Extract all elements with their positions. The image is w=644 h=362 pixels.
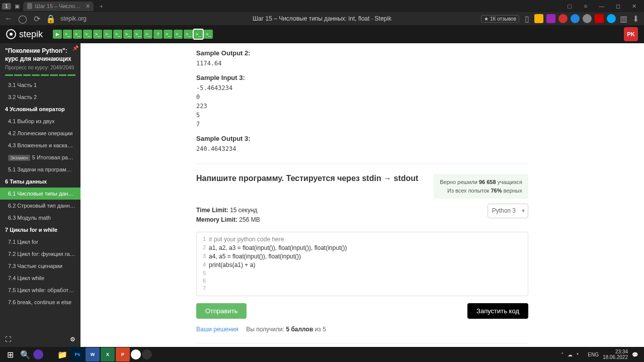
submit-button[interactable]: Отправить: [196, 303, 247, 319]
powerpoint-icon[interactable]: P: [116, 347, 130, 361]
lesson-item[interactable]: 7.3 Частые сценарии: [0, 260, 80, 272]
sample-output-3-label: Sample Output 3:: [196, 135, 528, 142]
word-icon[interactable]: W: [86, 347, 100, 361]
shield-icon[interactable]: ◯: [18, 14, 27, 23]
lesson-item[interactable]: 5.1 Задачи на программир...: [0, 163, 80, 175]
photoshop-icon[interactable]: Ps: [70, 347, 85, 361]
sample-input-3-label: Sample Input 3:: [196, 74, 528, 81]
notifications-icon[interactable]: 💬: [632, 352, 638, 357]
lesson-item[interactable]: 4.2 Логические операции: [0, 127, 80, 139]
tab-favicon-icon: [27, 3, 32, 9]
step-box[interactable]: >_: [174, 30, 183, 39]
step-box[interactable]: >_: [184, 30, 193, 39]
reload-button[interactable]: ⟳: [32, 14, 41, 23]
lesson-item[interactable]: 4.3 Вложенные и каскадн...: [0, 139, 80, 151]
extension-icon[interactable]: [607, 14, 616, 23]
obs-icon[interactable]: [142, 349, 152, 359]
start-button[interactable]: ⊞: [3, 347, 17, 361]
progress-bars: [0, 74, 80, 79]
lesson-item[interactable]: 3.2 Часть 2: [0, 91, 80, 103]
step-box[interactable]: >_: [194, 30, 203, 39]
step-box[interactable]: >_: [123, 30, 132, 39]
section-header[interactable]: 6 Типы данных: [0, 175, 80, 188]
settings-icon[interactable]: ⚙: [70, 336, 75, 343]
tray-chevron-icon[interactable]: ˄: [561, 352, 564, 357]
lesson-item[interactable]: 3.1 Часть 1: [0, 79, 80, 91]
extension-icon[interactable]: [583, 14, 592, 23]
tray-icon[interactable]: ▪: [577, 351, 584, 358]
step-box[interactable]: >_: [83, 30, 92, 39]
step-box[interactable]: >_: [164, 30, 173, 39]
step-box[interactable]: >_: [73, 30, 82, 39]
lesson-item[interactable]: 6.3 Модуль math: [0, 212, 80, 224]
lesson-item[interactable]: 7.4 Цикл while: [0, 272, 80, 284]
explorer-icon[interactable]: 📁: [55, 347, 69, 361]
browser-tab[interactable]: Шаг 15 – Числовые ти ✕: [23, 2, 94, 11]
app-icon[interactable]: [33, 349, 43, 359]
fullscreen-icon[interactable]: ⛶: [5, 336, 11, 343]
lesson-item[interactable]: 7.1 Цикл for: [0, 236, 80, 248]
url-text[interactable]: stepik.org: [60, 15, 87, 22]
language-select[interactable]: Python 3: [488, 204, 528, 218]
lesson-item[interactable]: 7.6 break, continue и else: [0, 296, 80, 308]
new-tab-button[interactable]: ＋: [96, 1, 108, 11]
stepik-logo[interactable]: stepik: [6, 29, 43, 40]
reviews-badge[interactable]: ★ 1К отзывов: [481, 15, 519, 23]
step-box[interactable]: >_: [63, 30, 72, 39]
search-icon[interactable]: 🔍: [18, 347, 32, 361]
code-editor[interactable]: 1# put your python code here2a1, a2, a3 …: [196, 232, 528, 296]
lesson-item[interactable]: 4.1 Выбор из двух: [0, 115, 80, 127]
section-header[interactable]: 7 Циклы for и while: [0, 224, 80, 236]
step-box[interactable]: >_: [143, 30, 152, 39]
step-box[interactable]: >_: [133, 30, 142, 39]
steps-navigation: ▶>_>_>_>_>_>_>_>_>_?>_>_>_>_>_: [53, 30, 213, 39]
lesson-footer: 👍5348 👎855 Шаг 15 Следующий шаг›: [196, 343, 528, 347]
tab-title: Шаг 15 – Числовые ти: [35, 3, 83, 9]
tab-count-badge[interactable]: 1: [2, 3, 11, 10]
sidebar-toggle-icon[interactable]: ▥: [619, 14, 628, 23]
tab-close-icon[interactable]: ✕: [86, 3, 90, 10]
menu-icon[interactable]: ≡: [580, 1, 592, 11]
panel-icon[interactable]: ▢: [564, 1, 576, 11]
lesson-item[interactable]: 6.2 Строковый тип данных: [0, 200, 80, 212]
close-window-button[interactable]: ✕: [628, 1, 640, 11]
extension-icon[interactable]: [595, 14, 604, 23]
sample-output-2-label: Sample Output 2:: [196, 49, 528, 57]
extension-icon[interactable]: [534, 14, 543, 23]
lesson-item[interactable]: 6.1 Числовые типы данны...: [0, 188, 80, 200]
onedrive-icon[interactable]: ☁: [568, 352, 573, 357]
extension-icon[interactable]: [571, 14, 580, 23]
course-title[interactable]: "Поколение Python": курс для начинающих: [5, 47, 75, 63]
sample-output-3: 240.4643234: [196, 144, 528, 153]
extension-icon[interactable]: [558, 14, 568, 23]
downloads-icon[interactable]: ⬇: [631, 14, 640, 23]
step-box[interactable]: >_: [113, 30, 122, 39]
excel-icon[interactable]: X: [101, 347, 115, 361]
bookmark-icon[interactable]: ▯: [522, 14, 531, 23]
run-code-button[interactable]: Запустить код: [467, 303, 528, 319]
minimize-button[interactable]: —: [596, 1, 608, 11]
windows-taskbar: ⊞ 🔍 📁 Ps W X P ˄ ☁ ▪ ENG 23:3418.06.2022…: [0, 347, 644, 362]
user-avatar[interactable]: PK: [624, 27, 638, 41]
maximize-button[interactable]: ◻: [612, 1, 624, 11]
back-button[interactable]: ←: [4, 14, 13, 23]
section-header[interactable]: 4 Условный оператор: [0, 103, 80, 115]
step-box[interactable]: ▶: [53, 30, 62, 39]
sample-output-2: 1174.64: [196, 59, 528, 68]
your-solutions-link[interactable]: Ваши решения: [196, 326, 238, 333]
step-box[interactable]: >_: [93, 30, 102, 39]
clock[interactable]: 23:3418.06.2022: [603, 349, 628, 360]
language-indicator[interactable]: ENG: [588, 352, 599, 357]
pin-icon[interactable]: 📌: [72, 45, 78, 51]
step-box[interactable]: >_: [103, 30, 112, 39]
extension-icon[interactable]: [546, 14, 555, 23]
page-title: Шаг 15 – Числовые типы данных: int, floa…: [253, 15, 391, 22]
step-box[interactable]: ?: [153, 30, 163, 39]
lesson-item[interactable]: 7.2 Цикл for: функция range: [0, 248, 80, 260]
lesson-item[interactable]: 7.5 Цикл while: обработка ...: [0, 284, 80, 296]
tabs-overview-icon[interactable]: ▣: [13, 2, 21, 10]
solutions-row: Ваши решения Вы получили: 5 баллов из 5: [196, 326, 528, 333]
browser-icon[interactable]: [131, 349, 141, 359]
step-box[interactable]: >_: [204, 30, 213, 39]
lesson-item[interactable]: Экзамен5 Итоговая работа...: [0, 151, 80, 163]
